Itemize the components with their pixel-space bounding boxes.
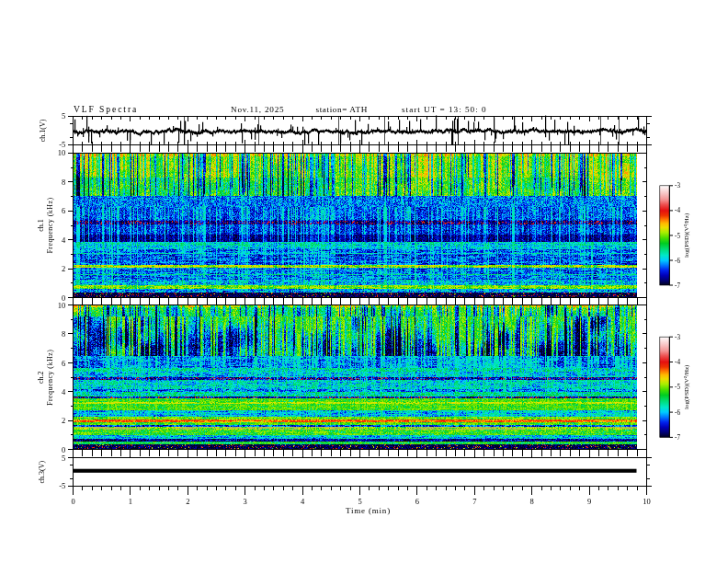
svg-text:ch.3(V): ch.3(V)	[39, 460, 47, 483]
svg-text:-6: -6	[675, 409, 680, 417]
svg-text:log(PSD)(V²/Hz): log(PSD)(V²/Hz)	[684, 213, 691, 258]
svg-text:-3: -3	[675, 334, 680, 341]
svg-text:4: 4	[301, 497, 305, 506]
svg-text:ch.1: ch.1	[37, 219, 45, 232]
svg-text:6: 6	[62, 206, 65, 215]
svg-text:-3: -3	[675, 182, 680, 190]
svg-text:-5: -5	[59, 481, 65, 490]
svg-text:10: 10	[643, 497, 651, 506]
svg-text:-4: -4	[675, 207, 680, 214]
svg-text:Nov.11, 2025: Nov.11, 2025	[231, 105, 284, 114]
svg-text:4: 4	[62, 236, 66, 245]
svg-text:2: 2	[186, 497, 189, 506]
svg-text:-5: -5	[675, 384, 680, 391]
svg-text:VLF Spectra: VLF Spectra	[74, 104, 138, 114]
svg-text:-6: -6	[675, 258, 680, 265]
svg-text:-5: -5	[675, 233, 680, 240]
svg-text:log(PSD)(V²/Hz): log(PSD)(V²/Hz)	[684, 364, 691, 409]
svg-text:-7: -7	[675, 282, 680, 290]
svg-text:1: 1	[129, 497, 132, 506]
svg-text:6: 6	[62, 359, 65, 368]
svg-text:2: 2	[62, 264, 65, 273]
svg-text:-4: -4	[675, 359, 680, 366]
svg-text:5: 5	[62, 111, 65, 121]
svg-text:4: 4	[62, 387, 66, 396]
svg-text:2: 2	[62, 416, 65, 425]
svg-text:start UT = 13: 50: 0: start UT = 13: 50: 0	[402, 105, 487, 114]
svg-text:ch.2: ch.2	[37, 372, 45, 385]
svg-text:8: 8	[62, 178, 65, 187]
svg-text:0: 0	[71, 497, 74, 506]
svg-text:3: 3	[244, 497, 247, 506]
svg-text:Frequency (kHz): Frequency (kHz)	[46, 197, 54, 253]
svg-text:6: 6	[415, 497, 419, 506]
svg-text:station= ATH: station= ATH	[316, 105, 369, 114]
svg-text:7: 7	[472, 497, 476, 506]
svg-text:10: 10	[58, 148, 66, 157]
svg-text:Time (min): Time (min)	[346, 506, 391, 515]
svg-text:5: 5	[62, 454, 65, 463]
svg-text:-7: -7	[675, 434, 680, 442]
svg-text:ch.1(V): ch.1(V)	[39, 119, 47, 142]
svg-text:10: 10	[58, 301, 66, 310]
svg-text:8: 8	[62, 329, 65, 339]
svg-text:8: 8	[530, 497, 534, 506]
svg-text:Frequency (kHz): Frequency (kHz)	[46, 350, 54, 406]
svg-text:9: 9	[587, 497, 591, 506]
svg-text:5: 5	[358, 497, 361, 506]
